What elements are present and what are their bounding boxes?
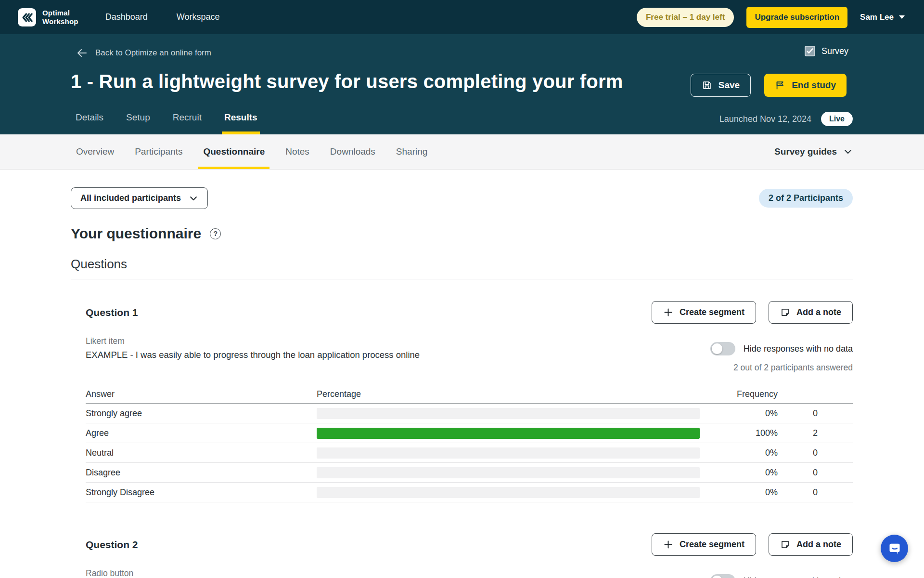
toggle-knob xyxy=(712,576,722,578)
table-row: Neutral 0% 0 xyxy=(86,443,853,463)
tab-details[interactable]: Details xyxy=(76,112,103,134)
answer-label: Agree xyxy=(86,428,317,438)
percentage-bar xyxy=(317,428,700,439)
table-row: Strongly Disagree 0% 0 xyxy=(86,483,853,502)
subtab-overview[interactable]: Overview xyxy=(76,134,114,169)
create-segment-button[interactable]: Create segment xyxy=(652,301,756,324)
topbar-right: Free trial – 1 day left Upgrade subscrip… xyxy=(637,7,905,28)
free-trial-badge[interactable]: Free trial – 1 day left xyxy=(637,8,734,27)
survey-checkbox-label: Survey xyxy=(821,46,848,56)
chat-bubble-icon xyxy=(887,541,902,556)
note-icon xyxy=(780,307,790,317)
study-header: Back to Optimize an online form Survey 1… xyxy=(0,34,924,134)
percentage-bar xyxy=(317,447,700,459)
answer-label: Strongly Disagree xyxy=(86,487,317,498)
plus-icon xyxy=(663,539,673,550)
section-divider xyxy=(71,279,853,279)
launched-date: Launched Nov 12, 2024 xyxy=(719,114,811,124)
survey-guides-label: Survey guides xyxy=(774,146,837,157)
question-title: Question 1 xyxy=(86,307,138,318)
caret-down-icon xyxy=(899,15,905,19)
results-subnav: Overview Participants Questionnaire Note… xyxy=(0,134,924,170)
question-type: Likert item xyxy=(86,336,420,346)
upgrade-subscription-button[interactable]: Upgrade subscription xyxy=(746,7,847,28)
likert-results-table: Answer Percentage Frequency Strongly agr… xyxy=(86,385,853,502)
page-title: Your questionnaire xyxy=(71,225,201,242)
questionnaire-results: All included participants 2 of 2 Partici… xyxy=(71,170,853,578)
tab-setup[interactable]: Setup xyxy=(126,112,150,134)
question-text: EXAMPLE - I was easily able to progress … xyxy=(86,350,420,360)
answer-label: Strongly agree xyxy=(86,408,317,419)
live-status-badge: Live xyxy=(821,112,853,126)
percentage-value: 0% xyxy=(700,448,778,458)
study-title: 1 - Run a lightweight survey for users c… xyxy=(71,71,623,92)
column-header-answer: Answer xyxy=(86,389,317,399)
survey-guides-dropdown[interactable]: Survey guides xyxy=(774,134,853,169)
back-arrow-icon xyxy=(77,47,88,59)
question-2-block: Question 2 Create segment Add a note xyxy=(71,533,853,578)
survey-type-indicator: Survey xyxy=(805,46,848,56)
help-icon[interactable]: ? xyxy=(210,228,221,239)
table-row: Strongly agree 0% 0 xyxy=(86,404,853,423)
answered-count: 2 out of 2 participants answered xyxy=(710,363,853,373)
logo-wordmark: Optimal Workshop xyxy=(42,9,78,26)
user-name: Sam Lee xyxy=(860,13,894,22)
frequency-value: 2 xyxy=(778,428,853,438)
header-actions: Save End study xyxy=(691,74,847,97)
hide-no-data-toggle[interactable] xyxy=(710,342,735,355)
percentage-bar xyxy=(317,467,700,478)
save-button[interactable]: Save xyxy=(691,74,751,97)
column-header-percentage: Percentage xyxy=(317,389,700,399)
create-segment-button[interactable]: Create segment xyxy=(652,533,756,556)
user-menu[interactable]: Sam Lee xyxy=(860,13,905,22)
participants-filter-dropdown[interactable]: All included participants xyxy=(71,187,208,209)
percentage-value: 0% xyxy=(700,408,778,419)
frequency-value: 0 xyxy=(778,487,853,498)
frequency-value: 0 xyxy=(778,468,853,478)
hide-no-data-label: Hide responses with no data xyxy=(744,344,853,354)
primary-nav: Dashboard Workspace xyxy=(105,12,220,22)
table-row: Disagree 0% 0 xyxy=(86,463,853,483)
subtab-sharing[interactable]: Sharing xyxy=(396,134,428,169)
hide-no-data-toggle[interactable] xyxy=(710,574,735,578)
question-type: Radio button xyxy=(86,568,133,578)
table-header-row: Answer Percentage Frequency xyxy=(86,385,853,404)
chat-launcher-button[interactable] xyxy=(881,535,908,562)
optimal-workshop-logo[interactable]: Optimal Workshop xyxy=(18,8,78,26)
frequency-value: 0 xyxy=(778,448,853,458)
subtab-participants[interactable]: Participants xyxy=(135,134,182,169)
filter-row: All included participants 2 of 2 Partici… xyxy=(71,187,853,209)
survey-checkbox-icon[interactable] xyxy=(805,46,815,56)
study-status: Launched Nov 12, 2024 Live xyxy=(719,112,853,126)
checkered-flag-icon xyxy=(775,80,785,91)
back-link-label: Back to Optimize an online form xyxy=(95,48,211,58)
hide-no-data-label: Hide responses with no data xyxy=(744,576,853,578)
percentage-bar xyxy=(317,408,700,419)
note-icon xyxy=(780,539,790,550)
questions-section-title: Questions xyxy=(71,257,853,272)
nav-dashboard[interactable]: Dashboard xyxy=(105,12,148,22)
question-title: Question 2 xyxy=(86,539,138,551)
top-nav-bar: Optimal Workshop Dashboard Workspace Fre… xyxy=(0,0,924,34)
add-note-button[interactable]: Add a note xyxy=(769,533,853,556)
percentage-value: 0% xyxy=(700,468,778,478)
frequency-value: 0 xyxy=(778,408,853,419)
column-header-frequency: Frequency xyxy=(700,389,778,399)
answer-label: Neutral xyxy=(86,448,317,458)
add-note-button[interactable]: Add a note xyxy=(769,301,853,324)
toggle-knob xyxy=(712,343,722,354)
percentage-bar xyxy=(317,487,700,498)
tab-recruit[interactable]: Recruit xyxy=(173,112,202,134)
tab-results[interactable]: Results xyxy=(224,112,257,134)
back-link[interactable]: Back to Optimize an online form xyxy=(77,47,211,59)
end-study-button[interactable]: End study xyxy=(764,74,847,97)
subtab-questionnaire[interactable]: Questionnaire xyxy=(203,134,265,169)
chevron-down-icon xyxy=(189,194,198,203)
study-tabs: Details Setup Recruit Results xyxy=(76,112,257,134)
percentage-value: 0% xyxy=(700,487,778,498)
subtab-downloads[interactable]: Downloads xyxy=(330,134,375,169)
nav-workspace[interactable]: Workspace xyxy=(177,12,220,22)
chevron-down-icon xyxy=(843,147,853,157)
subtab-notes[interactable]: Notes xyxy=(285,134,309,169)
percentage-value: 100% xyxy=(700,428,778,438)
